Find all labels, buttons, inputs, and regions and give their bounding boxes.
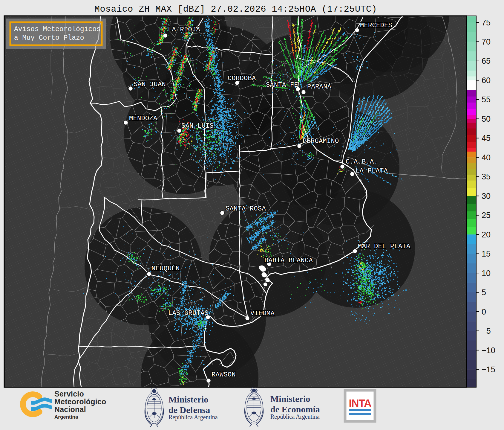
svg-text:75: 75: [482, 18, 491, 27]
svg-text:Nacional: Nacional: [54, 405, 86, 414]
svg-text:a Muy Corto Plazo: a Muy Corto Plazo: [14, 34, 84, 42]
svg-text:República Argentina: República Argentina: [270, 413, 320, 420]
svg-text:MAR DEL PLATA: MAR DEL PLATA: [358, 243, 410, 250]
svg-text:PERGAMINO: PERGAMINO: [303, 138, 339, 145]
svg-text:Meteorológico: Meteorológico: [54, 397, 106, 406]
svg-text:Ministerio: Ministerio: [270, 394, 310, 404]
svg-text:de Economía: de Economía: [270, 404, 320, 414]
svg-text:República Argentina: República Argentina: [168, 414, 218, 421]
svg-text:15: 15: [482, 249, 491, 258]
svg-text:BAHÍA BLANCA: BAHÍA BLANCA: [264, 257, 313, 264]
svg-text:Servicio: Servicio: [54, 390, 84, 398]
svg-text:SANTA FE: SANTA FE: [266, 81, 298, 89]
svg-text:VIEDMA: VIEDMA: [250, 310, 275, 317]
svg-text:de Defensa: de Defensa: [168, 405, 210, 415]
svg-text:Mosaico ZH MAX [dBZ] 27.02.202: Mosaico ZH MAX [dBZ] 27.02.2026 14:25HOA…: [94, 4, 377, 14]
svg-text:MERCEDES: MERCEDES: [360, 22, 392, 29]
svg-text:45: 45: [482, 134, 491, 143]
svg-text:NEUQUÉN: NEUQUÉN: [151, 265, 180, 272]
svg-text:−5: −5: [482, 327, 491, 336]
svg-text:65: 65: [482, 57, 491, 65]
svg-text:30: 30: [482, 192, 491, 201]
svg-text:70: 70: [482, 37, 491, 46]
svg-text:PARANÁ: PARANÁ: [307, 83, 332, 91]
svg-text:10: 10: [482, 269, 491, 278]
svg-text:Argentina: Argentina: [54, 414, 78, 420]
svg-text:Avisos Meteorológicos: Avisos Meteorológicos: [14, 25, 101, 33]
svg-text:SAN LUIS: SAN LUIS: [181, 122, 214, 130]
svg-text:60: 60: [482, 76, 491, 85]
svg-text:MENDOZA: MENDOZA: [129, 115, 157, 122]
svg-text:C.A.B.A.: C.A.B.A.: [346, 158, 378, 166]
svg-text:25: 25: [482, 211, 491, 220]
svg-text:55: 55: [482, 95, 491, 104]
svg-text:LA PLATA: LA PLATA: [356, 167, 388, 175]
svg-text:5: 5: [482, 288, 486, 297]
svg-text:−10: −10: [482, 346, 495, 355]
svg-text:LA RIOJA: LA RIOJA: [168, 26, 200, 33]
svg-text:RAWSON: RAWSON: [212, 371, 236, 379]
svg-text:CÓRDOBA: CÓRDOBA: [228, 74, 256, 82]
svg-text:50: 50: [482, 115, 491, 123]
svg-text:40: 40: [482, 153, 491, 162]
svg-text:0: 0: [482, 307, 486, 316]
svg-text:Ministerio: Ministerio: [168, 394, 208, 404]
svg-text:35: 35: [482, 172, 491, 181]
svg-text:SANTA ROSA: SANTA ROSA: [226, 205, 266, 213]
svg-text:20: 20: [482, 230, 491, 239]
svg-text:INTA: INTA: [349, 397, 371, 409]
svg-text:LAS GRUTAS: LAS GRUTAS: [168, 309, 209, 317]
svg-text:SAN JUAN: SAN JUAN: [134, 81, 166, 88]
svg-text:−15: −15: [482, 365, 495, 374]
